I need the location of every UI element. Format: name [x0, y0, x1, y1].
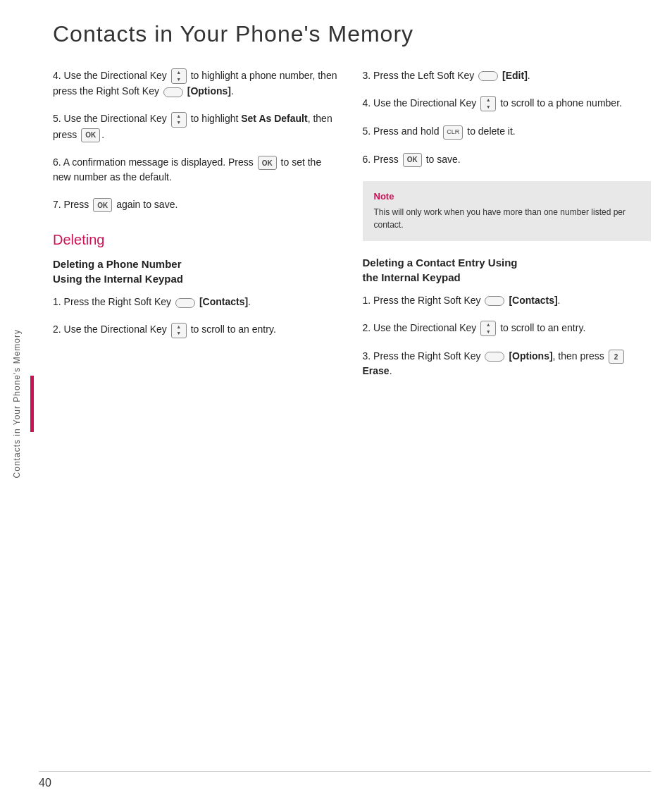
directional-key-icon-3: [171, 323, 187, 338]
main-content: Contacts in Your Phone's Memory 4. Use t…: [39, 0, 672, 412]
right-step-3-text: 3. Press the Left Soft Key [Edit].: [363, 68, 652, 83]
directional-key-icon-2: [171, 112, 187, 128]
left-soft-key-icon: [478, 71, 498, 81]
two-column-layout: 4. Use the Directional Key to highlight …: [53, 68, 651, 391]
directional-key-icon-5: [480, 321, 496, 336]
right-step-6: 6. Press OK to save.: [363, 152, 652, 167]
bottom-divider: [39, 771, 651, 772]
clr-button-icon: CLR: [443, 125, 463, 140]
ok-button-icon-4: OK: [403, 153, 422, 167]
num-2-button-icon: 2: [609, 350, 624, 364]
right-step-5-text: 5. Press and hold CLR to delete it.: [363, 124, 652, 139]
delete-phone-step-2: 2. Use the Directional Key to scroll to …: [53, 322, 342, 338]
right-soft-key-icon-3: [485, 296, 504, 306]
sidebar: Contacts in Your Phone's Memory: [0, 0, 34, 807]
sidebar-label: Contacts in Your Phone's Memory: [12, 329, 22, 478]
delete-contact-step-3-text: 3. Press the Right Soft Key [Options], t…: [363, 349, 652, 378]
delete-contact-step-1-text: 1. Press the Right Soft Key [Contacts].: [363, 293, 652, 308]
step-4-item: 4. Use the Directional Key to highlight …: [53, 68, 342, 99]
step-5-item: 5. Use the Directional Key to highlight …: [53, 111, 342, 142]
delete-phone-step-2-text: 2. Use the Directional Key to scroll to …: [53, 322, 342, 338]
deleting-contact-subheading: Deleting a Contact Entry Usingthe Intern…: [363, 255, 652, 285]
step-6-text: 6. A confirmation message is displayed. …: [53, 155, 342, 185]
page-title: Contacts in Your Phone's Memory: [53, 21, 651, 47]
left-column: 4. Use the Directional Key to highlight …: [53, 68, 342, 391]
right-step-4-text: 4. Use the Directional Key to scroll to …: [363, 96, 652, 111]
deleting-heading: Deleting: [53, 232, 342, 248]
note-title: Note: [374, 191, 640, 202]
sidebar-accent: [30, 376, 34, 432]
right-column: 3. Press the Left Soft Key [Edit]. 4. Us…: [363, 68, 652, 391]
deleting-phone-subheading: Deleting a Phone NumberUsing the Interna…: [53, 257, 342, 286]
ok-button-icon-2: OK: [258, 156, 277, 170]
page-number: 40: [39, 777, 51, 789]
ok-button-icon-3: OK: [93, 198, 112, 212]
right-step-4: 4. Use the Directional Key to scroll to …: [363, 96, 652, 111]
step-5-text: 5. Use the Directional Key to highlight …: [53, 111, 342, 142]
right-step-5: 5. Press and hold CLR to delete it.: [363, 124, 652, 139]
right-soft-key-icon: [163, 87, 183, 97]
note-text: This will only work when you have more t…: [374, 206, 640, 231]
delete-contact-step-2-text: 2. Use the Directional Key to scroll to …: [363, 321, 652, 336]
delete-contact-step-3: 3. Press the Right Soft Key [Options], t…: [363, 349, 652, 378]
delete-contact-step-2: 2. Use the Directional Key to scroll to …: [363, 321, 652, 336]
right-step-3: 3. Press the Left Soft Key [Edit].: [363, 68, 652, 83]
delete-phone-step-1: 1. Press the Right Soft Key [Contacts].: [53, 295, 342, 309]
note-box: Note This will only work when you have m…: [363, 181, 652, 241]
right-soft-key-icon-4: [485, 352, 504, 362]
step-7-text: 7. Press OK again to save.: [53, 197, 342, 212]
directional-key-icon: [171, 68, 187, 84]
delete-phone-step-1-text: 1. Press the Right Soft Key [Contacts].: [53, 295, 342, 309]
ok-button-icon: OK: [81, 128, 100, 142]
page-container: Contacts in Your Phone's Memory Contacts…: [0, 0, 672, 807]
step-6-item: 6. A confirmation message is displayed. …: [53, 155, 342, 185]
directional-key-icon-4: [480, 96, 496, 111]
right-step-6-text: 6. Press OK to save.: [363, 152, 652, 167]
right-soft-key-icon-2: [175, 298, 195, 308]
step-7-item: 7. Press OK again to save.: [53, 197, 342, 212]
step-4-text: 4. Use the Directional Key to highlight …: [53, 68, 342, 99]
delete-contact-step-1: 1. Press the Right Soft Key [Contacts].: [363, 293, 652, 308]
